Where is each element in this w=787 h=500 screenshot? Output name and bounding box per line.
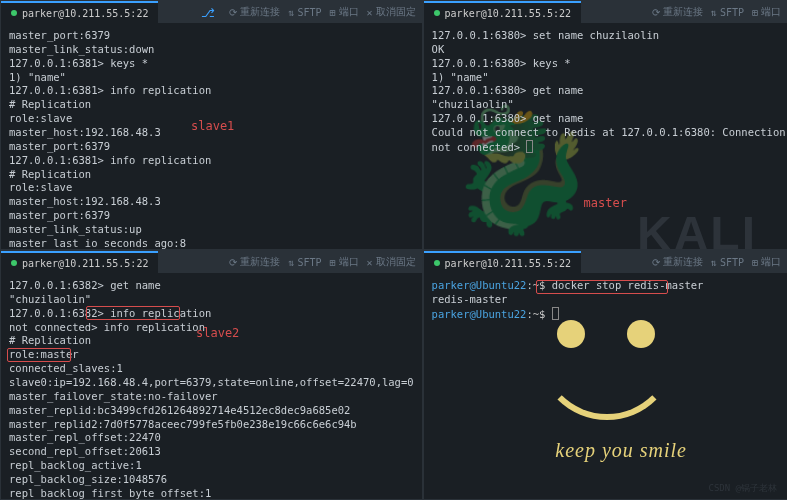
tab-title: parker@10.211.55.5:22 <box>22 258 148 269</box>
tab-ssh[interactable]: parker@10.211.55.5:22 <box>1 251 158 273</box>
terminal-pane-master: parker@10.211.55.5:22 ⟳ 重新连接 ⇅ SFTP ⊞ 端口… <box>423 0 787 250</box>
port-button[interactable]: ⊞ 端口 <box>330 255 359 269</box>
tab-actions: ⟳ 重新连接 ⇅ SFTP ⊞ 端口 ✕ 取消固定 <box>229 255 421 269</box>
status-dot-icon <box>11 10 17 16</box>
tab-title: parker@10.211.55.5:22 <box>22 8 148 19</box>
sftp-button[interactable]: ⇅ SFTP <box>288 257 321 268</box>
tab-title: parker@10.211.55.5:22 <box>445 258 571 269</box>
reconnect-button[interactable]: ⟳ 重新连接 <box>229 255 280 269</box>
status-dot-icon <box>11 260 17 266</box>
reconnect-button[interactable]: ⟳ 重新连接 <box>229 5 280 19</box>
tab-ssh[interactable]: parker@10.211.55.5:22 <box>424 1 581 23</box>
status-dot-icon <box>434 260 440 266</box>
tab-bar: parker@10.211.55.5:22 ⟳ 重新连接 ⇅ SFTP ⊞ 端口… <box>424 1 787 23</box>
status-dot-icon <box>434 10 440 16</box>
unpin-button[interactable]: ✕ 取消固定 <box>367 255 416 269</box>
port-button[interactable]: ⊞ 端口 <box>330 5 359 19</box>
tab-actions: ⟳ 重新连接 ⇅ SFTP ⊞ 端口 ✕ 取消固定 <box>652 255 787 269</box>
tab-title: parker@10.211.55.5:22 <box>445 8 571 19</box>
tab-ssh[interactable]: parker@10.211.55.5:22 <box>424 251 581 273</box>
tab-bar: parker@10.211.55.5:22 ⎇ ⟳ 重新连接 ⇅ SFTP ⊞ … <box>1 251 422 273</box>
terminal-pane-slave1: parker@10.211.55.5:22 ⎇ ⟳ 重新连接 ⇅ SFTP ⊞ … <box>0 0 423 250</box>
terminal-pane-slave2: parker@10.211.55.5:22 ⎇ ⟳ 重新连接 ⇅ SFTP ⊞ … <box>0 250 423 500</box>
port-button[interactable]: ⊞ 端口 <box>752 5 781 19</box>
terminal-output[interactable]: parker@Ubuntu22:~$ docker stop redis-mas… <box>424 273 787 499</box>
unpin-button[interactable]: ✕ 取消固定 <box>367 5 416 19</box>
tab-bar: parker@10.211.55.5:22 ⎇ ⟳ 重新连接 ⇅ SFTP ⊞ … <box>1 1 422 23</box>
terminal-output[interactable]: 127.0.0.1:6380> set name chuzilaolin OK … <box>424 23 787 249</box>
sftp-button[interactable]: ⇅ SFTP <box>711 257 744 268</box>
split-indicator-icon: ⎇ <box>201 6 215 20</box>
terminal-output[interactable]: 127.0.0.1:6382> get name "chuzilaolin" 1… <box>1 273 422 499</box>
sftp-button[interactable]: ⇅ SFTP <box>711 7 744 18</box>
reconnect-button[interactable]: ⟳ 重新连接 <box>652 5 703 19</box>
sftp-button[interactable]: ⇅ SFTP <box>288 7 321 18</box>
tab-ssh[interactable]: parker@10.211.55.5:22 <box>1 1 158 23</box>
terminal-pane-docker: parker@10.211.55.5:22 ⟳ 重新连接 ⇅ SFTP ⊞ 端口… <box>423 250 787 500</box>
reconnect-button[interactable]: ⟳ 重新连接 <box>652 255 703 269</box>
tab-actions: ⟳ 重新连接 ⇅ SFTP ⊞ 端口 ✕ 取消固定 <box>229 5 421 19</box>
tab-bar: parker@10.211.55.5:22 ⟳ 重新连接 ⇅ SFTP ⊞ 端口… <box>424 251 787 273</box>
terminal-output[interactable]: master_port:6379 master_link_status:down… <box>1 23 422 249</box>
tab-actions: ⟳ 重新连接 ⇅ SFTP ⊞ 端口 ✕ 取消固定 <box>652 5 787 19</box>
port-button[interactable]: ⊞ 端口 <box>752 255 781 269</box>
